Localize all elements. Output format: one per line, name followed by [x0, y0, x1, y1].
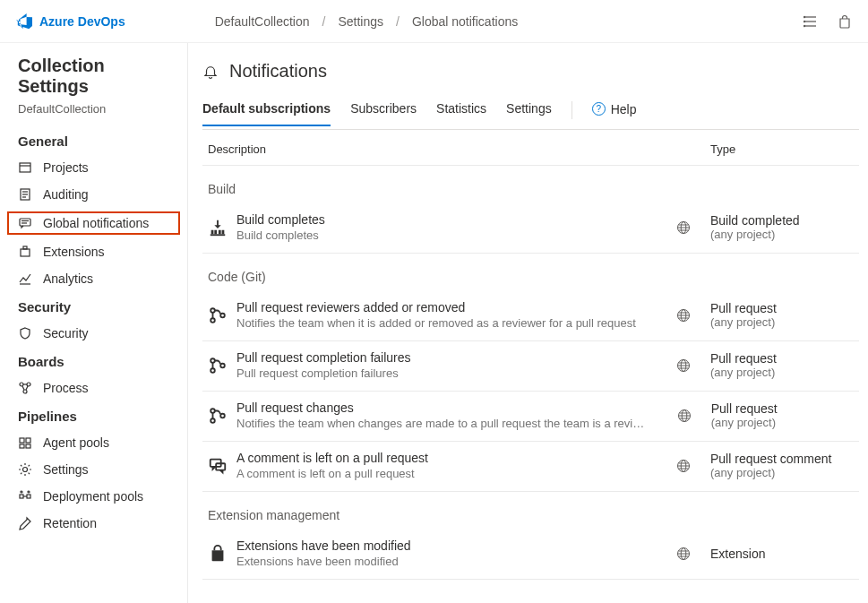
git-icon [208, 406, 236, 426]
row-type: Pull request comment [710, 452, 854, 466]
group-label: Code (Git) [202, 254, 859, 291]
svg-point-45 [211, 318, 215, 323]
sidebar-item-extensions[interactable]: Extensions [0, 238, 187, 265]
svg-point-4 [804, 21, 804, 22]
svg-rect-16 [23, 246, 27, 249]
sidebar-group: Pipelines [0, 401, 187, 429]
breadcrumb-item[interactable]: DefaultCollection [215, 14, 310, 29]
sidebar: Collection Settings DefaultCollection Ge… [0, 43, 188, 603]
globe-icon [676, 220, 691, 235]
subscription-row[interactable]: Pull request changesNotifies the team wh… [202, 392, 859, 442]
globe-icon [676, 308, 691, 323]
breadcrumb-item[interactable]: Settings [338, 14, 383, 29]
globe-icon [676, 459, 691, 473]
sidebar-item-label: Security [43, 326, 89, 340]
subscription-row[interactable]: Build completesBuild completesBuild comp… [202, 203, 859, 254]
tab-settings[interactable]: Settings [506, 101, 552, 126]
svg-point-52 [211, 358, 215, 363]
col-type: Type [710, 142, 854, 156]
main-content: Notifications Default subscriptionsSubsc… [188, 43, 868, 603]
tab-statistics[interactable]: Statistics [436, 101, 486, 126]
sidebar-item-label: Auditing [43, 187, 89, 202]
shopping-bag-icon[interactable] [838, 14, 852, 29]
svg-rect-29 [20, 495, 23, 498]
help-link[interactable]: ?Help [592, 102, 637, 125]
svg-rect-37 [222, 229, 225, 234]
subscription-row[interactable]: A comment is left on a pull requestA com… [202, 442, 859, 492]
sidebar-item-label: Global notifications [43, 216, 149, 230]
notifications-icon [18, 216, 32, 230]
sidebar-item-retention[interactable]: Retention [0, 510, 187, 537]
gear-icon [18, 462, 32, 477]
subscription-row[interactable]: Extensions have been modifiedExtensions … [202, 530, 859, 580]
sidebar-title: Collection Settings [0, 56, 187, 102]
row-scope: (any project) [710, 228, 854, 241]
process-icon [18, 381, 32, 395]
comment-icon [208, 456, 236, 476]
sidebar-item-label: Retention [43, 516, 97, 530]
row-subtitle: Notifies the team when it is added or re… [236, 316, 648, 330]
sidebar-group: Boards [0, 347, 187, 375]
page-title: Notifications [229, 61, 327, 82]
sidebar-item-security[interactable]: Security [0, 320, 187, 347]
svg-point-53 [211, 368, 215, 373]
tab-default-subscriptions[interactable]: Default subscriptions [202, 101, 331, 126]
sidebar-item-agent-pools[interactable]: Agent pools [0, 429, 187, 456]
svg-point-32 [21, 491, 22, 493]
sidebar-item-analytics[interactable]: Analytics [0, 265, 187, 292]
row-type: Pull request [710, 301, 854, 315]
svg-rect-25 [26, 438, 30, 443]
row-title: Pull request completion failures [236, 350, 648, 365]
sidebar-item-process[interactable]: Process [0, 375, 187, 401]
svg-point-62 [220, 413, 225, 418]
brand[interactable]: Azure DevOps [16, 13, 125, 30]
sidebar-item-deployment-pools[interactable]: Deployment pools [0, 483, 187, 510]
subscription-row[interactable]: Pull request reviewers added or removedN… [202, 291, 859, 341]
breadcrumb: DefaultCollection / Settings / Global no… [215, 14, 519, 29]
agentpools-icon [18, 435, 32, 450]
svg-rect-26 [20, 444, 24, 448]
svg-rect-34 [211, 229, 214, 234]
sidebar-item-auditing[interactable]: Auditing [0, 181, 187, 208]
help-icon: ? [592, 102, 606, 116]
subscription-row[interactable]: Pull request completion failuresPull req… [202, 341, 859, 392]
sidebar-item-settings[interactable]: Settings [0, 456, 187, 483]
list-icon[interactable] [804, 14, 818, 29]
breadcrumb-sep: / [322, 14, 326, 29]
sidebar-item-projects[interactable]: Projects [0, 154, 187, 181]
help-label: Help [611, 102, 637, 116]
row-scope: (any project) [710, 466, 854, 479]
row-title: Extensions have been modified [236, 538, 648, 553]
sidebar-item-label: Projects [43, 160, 89, 175]
svg-point-54 [220, 363, 225, 367]
svg-point-33 [28, 491, 30, 493]
azure-devops-icon [16, 13, 32, 30]
globe-icon [676, 358, 691, 373]
row-scope: (any project) [711, 416, 854, 429]
row-title: Build completes [236, 212, 648, 227]
svg-rect-6 [20, 163, 30, 172]
svg-point-28 [23, 468, 28, 472]
svg-rect-24 [20, 438, 24, 443]
svg-rect-27 [26, 444, 30, 448]
git-icon [208, 356, 236, 375]
svg-point-5 [804, 25, 804, 26]
svg-rect-35 [214, 229, 217, 234]
row-type: Pull request [710, 351, 854, 366]
auditing-icon [18, 187, 32, 202]
sidebar-item-label: Deployment pools [43, 489, 143, 504]
svg-rect-38 [211, 234, 226, 236]
sidebar-item-label: Analytics [43, 271, 93, 286]
sidebar-item-label: Agent pools [43, 435, 109, 450]
sidebar-subtitle: DefaultCollection [0, 102, 187, 126]
breadcrumb-item[interactable]: Global notifications [412, 14, 518, 29]
tab-subscribers[interactable]: Subscribers [350, 101, 417, 126]
sidebar-group: Security [0, 292, 187, 320]
svg-rect-15 [21, 249, 30, 256]
retention-icon [18, 516, 32, 530]
svg-point-3 [804, 16, 804, 17]
row-subtitle: Extensions have been modified [236, 555, 648, 568]
sidebar-item-global-notifications[interactable]: Global notifications [5, 210, 182, 237]
globe-icon [677, 409, 692, 423]
row-subtitle: A comment is left on a pull request [236, 467, 648, 480]
